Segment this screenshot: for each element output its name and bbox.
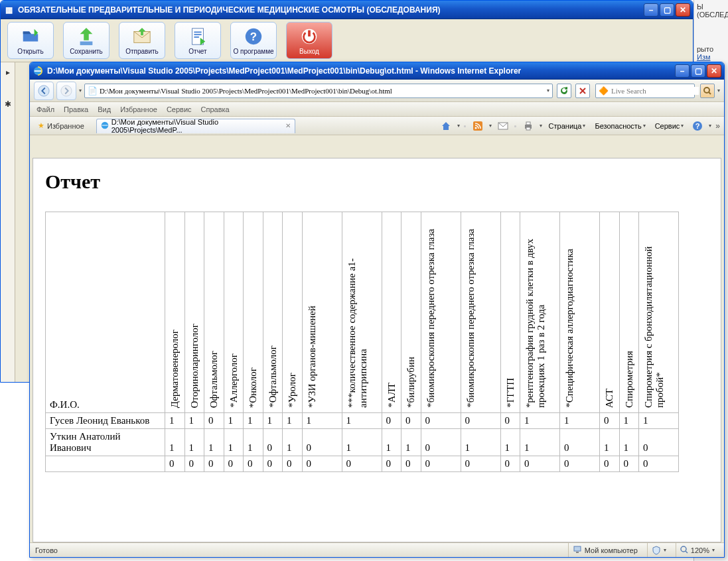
feeds-dropdown[interactable]: ▾: [489, 123, 492, 129]
cell-value: 1: [244, 429, 263, 456]
cell-value: 1: [619, 413, 639, 429]
back-button[interactable]: [34, 82, 54, 100]
computer-icon: [573, 545, 582, 556]
col-header: *АЛТ: [382, 212, 401, 413]
cell-value: 1: [520, 413, 560, 429]
col-header: *биомикроскопия переднего отрезка глаза: [421, 212, 461, 413]
feeds-button[interactable]: [471, 119, 485, 133]
overflow-icon[interactable]: »: [715, 121, 720, 131]
cell-fio: Гусев Леонид Еваньков: [46, 413, 165, 429]
cell-value: 0: [204, 413, 224, 429]
cell-value: 1: [401, 429, 421, 456]
col-header: *УЗИ органов-мишеней: [302, 212, 342, 413]
menu-help[interactable]: Справка: [201, 105, 230, 113]
cell-value: 1: [184, 413, 204, 429]
cell-value: 1: [461, 429, 500, 456]
ie-minimize-button[interactable]: –: [675, 64, 690, 78]
home-button[interactable]: [439, 119, 453, 133]
svg-point-25: [681, 546, 686, 552]
print-button[interactable]: [521, 119, 536, 133]
cell-value: 1: [204, 429, 224, 456]
report-button[interactable]: Отчет: [175, 22, 221, 59]
about-button[interactable]: ? О программе: [230, 22, 277, 59]
save-label: Сохранить: [70, 48, 103, 55]
exit-button[interactable]: Выход: [286, 22, 332, 59]
search-button[interactable]: [700, 84, 715, 98]
svg-text:?: ?: [695, 122, 700, 130]
home-dropdown[interactable]: ▾: [457, 123, 460, 129]
cell-value: 1: [302, 413, 342, 429]
cell-value: 0: [421, 429, 461, 456]
tab-close-icon[interactable]: ✕: [284, 122, 292, 130]
cell-value: 0: [619, 456, 639, 472]
page-menu[interactable]: Страница▾: [546, 122, 589, 130]
search-input[interactable]: [611, 87, 699, 95]
cell-value: 0: [382, 456, 401, 472]
parent-titlebar: ▦ ОБЯЗАТЕЛЬНЫЕ ПРЕДВАРИТЕЛЬНЫЕ И ПЕРИОДИ…: [1, 1, 693, 19]
cell-value: 1: [283, 413, 303, 429]
security-menu[interactable]: Безопасность▾: [592, 122, 648, 130]
cell-value: 1: [639, 413, 679, 429]
open-button[interactable]: Открыть: [7, 22, 54, 59]
menu-favorites[interactable]: Избранное: [120, 105, 157, 113]
search-dropdown[interactable]: ▾: [717, 88, 720, 94]
svg-point-13: [704, 88, 709, 93]
zoom-control[interactable]: 120% ▾: [676, 543, 719, 557]
menu-file[interactable]: Файл: [36, 105, 54, 113]
parent-leftbar: ▸ ✱: [1, 62, 15, 383]
svg-point-16: [474, 127, 476, 129]
maximize-button[interactable]: ▢: [660, 3, 674, 17]
star-icon: ★: [38, 121, 44, 130]
ie-menubar: Файл Правка Вид Избранное Сервис Справка: [30, 102, 724, 117]
col-header: ***количественное содержание a1-антитрип…: [342, 212, 382, 413]
favorites-label: Избранное: [47, 122, 84, 130]
menu-tools[interactable]: Сервис: [167, 105, 192, 113]
minimize-button[interactable]: –: [644, 3, 658, 17]
table-row: Гусев Леонид Еваньков1101111110000011011: [46, 413, 679, 429]
menu-view[interactable]: Вид: [98, 105, 111, 113]
bg-link[interactable]: Изм: [697, 53, 711, 61]
svg-rect-0: [80, 41, 93, 45]
ie-close-button[interactable]: ✕: [707, 64, 721, 78]
svg-rect-9: [308, 30, 311, 36]
stop-button[interactable]: [575, 84, 590, 98]
address-dropdown[interactable]: ▾: [547, 88, 549, 94]
menu-edit[interactable]: Правка: [64, 105, 88, 113]
ie-content: Отчет Ф.И.О.ДерматовенерологОториноларин…: [33, 158, 721, 542]
address-input[interactable]: [100, 87, 544, 95]
mail-button[interactable]: [496, 119, 510, 133]
about-icon: ?: [244, 27, 263, 46]
cell-value: 0: [401, 456, 421, 472]
help-dropdown[interactable]: ▾: [709, 123, 711, 129]
favorites-button[interactable]: ★ Избранное: [34, 120, 88, 131]
browser-tab[interactable]: D:\Мои документы\Visual Studio 2005\Proj…: [96, 119, 295, 133]
help-button[interactable]: ?: [690, 119, 705, 133]
cell-value: 0: [283, 456, 303, 472]
col-header: Офтальмолог: [204, 212, 224, 413]
col-header: Спирометрия: [619, 212, 639, 413]
search-box[interactable]: 🔶: [595, 84, 695, 98]
service-menu[interactable]: Сервис▾: [652, 122, 687, 130]
nav-history-dropdown[interactable]: ▾: [79, 88, 82, 94]
send-button[interactable]: Отправить: [119, 22, 165, 59]
ie-titlebar: D:\Мои документы\Visual Studio 2005\Proj…: [30, 62, 724, 80]
cell-value: 1: [165, 429, 185, 456]
col-header: АСТ: [600, 212, 620, 413]
report-table: Ф.И.О.ДерматовенерологОториноларингологО…: [45, 212, 679, 472]
print-dropdown[interactable]: ▾: [540, 123, 542, 129]
save-button[interactable]: Сохранить: [63, 22, 109, 59]
main-toolbar: Открыть Сохранить Отправить Отчет ? О пр…: [1, 19, 693, 62]
forward-button[interactable]: [56, 82, 76, 100]
col-header: *билирубин: [401, 212, 421, 413]
refresh-button[interactable]: [557, 84, 571, 98]
exit-icon: [299, 27, 319, 46]
address-bar[interactable]: 📄 ▾: [84, 84, 553, 98]
tab-title: D:\Мои документы\Visual Studio 2005\Proj…: [111, 118, 280, 134]
send-label: Отправить: [125, 48, 159, 55]
open-icon: [21, 27, 40, 46]
col-fio: Ф.И.О.: [46, 212, 165, 413]
ie-maximize-button[interactable]: ▢: [691, 64, 705, 78]
close-button[interactable]: ✕: [676, 3, 690, 17]
ie-navbar: ▾ 📄 ▾ 🔶 ▾: [30, 80, 724, 102]
col-header: *ГГТП: [500, 212, 520, 413]
